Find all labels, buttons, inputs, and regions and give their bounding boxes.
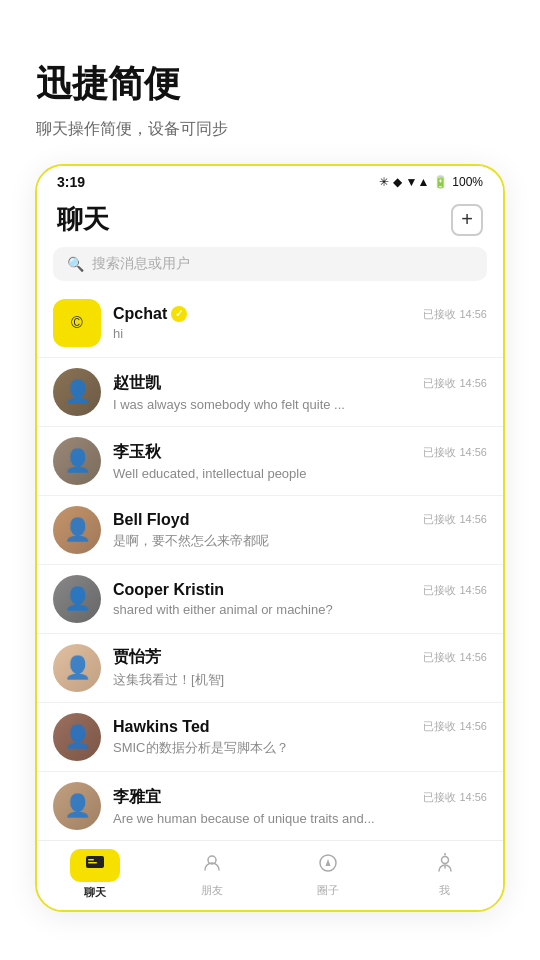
avatar-li-ya: 👤 — [53, 782, 101, 830]
search-placeholder: 搜索消息或用户 — [92, 255, 190, 273]
chat-name-cooper: Cooper Kristin — [113, 581, 224, 599]
avatar-zhao: 👤 — [53, 368, 101, 416]
chat-nav-bg — [70, 849, 120, 882]
search-bar[interactable]: 🔍 搜索消息或用户 — [53, 247, 487, 281]
chat-nav-icon — [84, 858, 106, 878]
chat-name-hawkins: Hawkins Ted — [113, 718, 210, 736]
me-nav-icon — [434, 852, 456, 880]
chat-item-bell[interactable]: 👤 Bell Floyd 已接收 14:56 是啊，要不然怎么来帝都呢 — [37, 496, 503, 565]
status-time: 3:19 — [57, 174, 85, 190]
chat-content-zhao: 赵世凯 已接收 14:56 I was always somebody who … — [113, 373, 487, 412]
avatar-bell: 👤 — [53, 506, 101, 554]
page-background: 迅捷简便 聊天操作简便，设备可同步 3:19 ✳ ◆ ▼▲ 🔋 100% 聊天 … — [0, 0, 540, 960]
search-icon: 🔍 — [67, 256, 84, 272]
chat-preview-bell: 是啊，要不然怎么来帝都呢 — [113, 532, 487, 550]
phone-mockup: 3:19 ✳ ◆ ▼▲ 🔋 100% 聊天 + 🔍 搜索消息或用户 — [35, 164, 505, 912]
chat-preview-cooper: shared with either animal or machine? — [113, 602, 487, 617]
battery-percentage: 100% — [452, 175, 483, 189]
chat-time-zhao: 已接收 14:56 — [423, 376, 487, 391]
chat-name-zhao: 赵世凯 — [113, 373, 161, 394]
chat-time-jia: 已接收 14:56 — [423, 650, 487, 665]
chat-content-cpchat: Cpchat ✓ 已接收 14:56 hi — [113, 305, 487, 341]
hero-subtitle: 聊天操作简便，设备可同步 — [36, 119, 228, 140]
status-icons: ✳ ◆ ▼▲ 🔋 100% — [379, 175, 483, 189]
svg-text:©: © — [71, 314, 83, 331]
chat-item-li-yu[interactable]: 👤 李玉秋 已接收 14:56 Well educated, intellect… — [37, 427, 503, 496]
app-title: 聊天 — [57, 202, 109, 237]
bluetooth-icon: ✳ — [379, 175, 389, 189]
chat-name-cpchat: Cpchat ✓ — [113, 305, 187, 323]
chat-item-cooper[interactable]: 👤 Cooper Kristin 已接收 14:56 shared with e… — [37, 565, 503, 634]
chat-preview-li-ya: Are we human because of unique traits an… — [113, 811, 487, 826]
avatar-cooper: 👤 — [53, 575, 101, 623]
chat-preview-jia: 这集我看过！[机智] — [113, 671, 487, 689]
add-button[interactable]: + — [451, 204, 483, 236]
signal-icon: ▼▲ — [406, 175, 430, 189]
chat-item-cpchat[interactable]: © Cpchat ✓ 已接收 14:56 hi — [37, 289, 503, 358]
chat-content-hawkins: Hawkins Ted 已接收 14:56 SMIC的数据分析是写脚本么？ — [113, 718, 487, 757]
avatar-cpchat: © — [53, 299, 101, 347]
chat-time-li-ya: 已接收 14:56 — [423, 790, 487, 805]
app-header: 聊天 + — [37, 194, 503, 247]
bottom-nav: 聊天 朋友 圈子 — [37, 840, 503, 910]
status-bar: 3:19 ✳ ◆ ▼▲ 🔋 100% — [37, 166, 503, 194]
chat-preview-zhao: I was always somebody who felt quite ... — [113, 397, 487, 412]
avatar-hawkins: 👤 — [53, 713, 101, 761]
chat-item-zhao[interactable]: 👤 赵世凯 已接收 14:56 I was always somebody wh… — [37, 358, 503, 427]
verified-icon: ✓ — [171, 306, 187, 322]
chat-preview-li-yu: Well educated, intellectual people — [113, 466, 487, 481]
svg-marker-7 — [326, 859, 331, 866]
chat-time-li-yu: 已接收 14:56 — [423, 445, 487, 460]
friends-nav-icon — [201, 852, 223, 880]
nav-item-chat[interactable]: 聊天 — [65, 849, 125, 900]
circle-nav-label: 圈子 — [317, 883, 339, 898]
chat-time-hawkins: 已接收 14:56 — [423, 719, 487, 734]
hero-title: 迅捷简便 — [36, 60, 180, 109]
chat-preview-hawkins: SMIC的数据分析是写脚本么？ — [113, 739, 487, 757]
chat-content-bell: Bell Floyd 已接收 14:56 是啊，要不然怎么来帝都呢 — [113, 511, 487, 550]
chat-content-cooper: Cooper Kristin 已接收 14:56 shared with eit… — [113, 581, 487, 617]
circle-nav-icon — [317, 852, 339, 880]
chat-nav-label: 聊天 — [84, 885, 106, 900]
chat-time-cpchat: 已接收 14:56 — [423, 307, 487, 322]
me-nav-label: 我 — [439, 883, 450, 898]
svg-rect-3 — [88, 859, 94, 861]
chat-name-li-ya: 李雅宜 — [113, 787, 161, 808]
avatar-jia: 👤 — [53, 644, 101, 692]
chat-top-cpchat: Cpchat ✓ 已接收 14:56 — [113, 305, 487, 323]
chat-content-li-yu: 李玉秋 已接收 14:56 Well educated, intellectua… — [113, 442, 487, 481]
svg-rect-4 — [88, 862, 97, 864]
add-icon: + — [461, 208, 473, 231]
svg-point-8 — [441, 856, 448, 863]
chat-item-hawkins[interactable]: 👤 Hawkins Ted 已接收 14:56 SMIC的数据分析是写脚本么？ — [37, 703, 503, 772]
friends-nav-label: 朋友 — [201, 883, 223, 898]
nav-item-me[interactable]: 我 — [415, 852, 475, 898]
chat-list: © Cpchat ✓ 已接收 14:56 hi — [37, 289, 503, 840]
chat-name-li-yu: 李玉秋 — [113, 442, 161, 463]
avatar-li-yu: 👤 — [53, 437, 101, 485]
wifi-icon: ◆ — [393, 175, 402, 189]
chat-time-cooper: 已接收 14:56 — [423, 583, 487, 598]
chat-content-li-ya: 李雅宜 已接收 14:56 Are we human because of un… — [113, 787, 487, 826]
chat-name-bell: Bell Floyd — [113, 511, 189, 529]
chat-item-jia[interactable]: 👤 贾怡芳 已接收 14:56 这集我看过！[机智] — [37, 634, 503, 703]
chat-time-bell: 已接收 14:56 — [423, 512, 487, 527]
chat-name-jia: 贾怡芳 — [113, 647, 161, 668]
chat-content-jia: 贾怡芳 已接收 14:56 这集我看过！[机智] — [113, 647, 487, 689]
battery-icon: 🔋 — [433, 175, 448, 189]
chat-preview-cpchat: hi — [113, 326, 487, 341]
chat-item-li-ya[interactable]: 👤 李雅宜 已接收 14:56 Are we human because of … — [37, 772, 503, 840]
nav-item-circle[interactable]: 圈子 — [298, 852, 358, 898]
nav-item-friends[interactable]: 朋友 — [182, 852, 242, 898]
